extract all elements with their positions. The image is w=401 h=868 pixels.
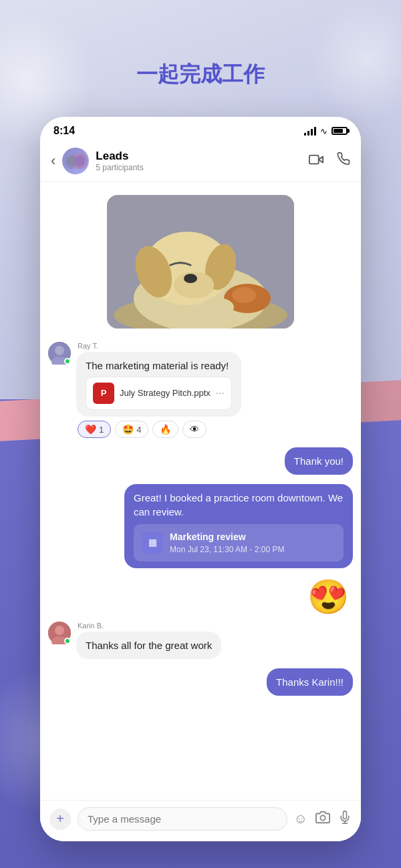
thankyou-content: Thank you!: [285, 447, 353, 475]
svg-point-23: [320, 815, 325, 820]
input-actions: ☺: [294, 810, 352, 828]
calendar-time: Mon Jul 23, 11:30 AM - 2:00 PM: [170, 544, 284, 556]
big-emoji: 😍: [40, 575, 361, 619]
svg-point-21: [55, 626, 64, 635]
svg-point-18: [55, 346, 64, 355]
wifi-icon: ∿: [320, 126, 327, 136]
signal-icon: [304, 126, 316, 136]
file-name: July Strategy Pitch.pptx: [120, 387, 211, 399]
phone-call-button[interactable]: [337, 152, 350, 170]
reaction-eye[interactable]: 👁: [182, 421, 207, 438]
svg-point-15: [232, 287, 256, 303]
ray-avatar: [48, 342, 71, 365]
reaction-eye-emoji: 👁: [190, 424, 199, 435]
calendar-icon: ▦: [142, 532, 163, 554]
reaction-heart-emoji: ❤️: [85, 424, 96, 435]
svg-point-3: [74, 156, 85, 166]
message-group-booked: Great! I booked a practice room downtown…: [40, 481, 361, 571]
back-button[interactable]: ‹: [51, 152, 55, 170]
status-icons: ∿: [304, 126, 348, 136]
video-call-button[interactable]: [309, 152, 323, 170]
svg-marker-4: [319, 156, 323, 162]
ray-message-bubble: The marketing material is ready! P July …: [76, 352, 241, 417]
svg-point-16: [200, 298, 234, 316]
mic-button[interactable]: [338, 810, 352, 828]
header-actions: [309, 152, 350, 170]
camera-button[interactable]: [315, 810, 330, 828]
svg-rect-5: [309, 155, 319, 164]
karin-message-bubble: Thanks all for the great work: [76, 632, 221, 659]
message-reactions: ❤️ 1 🤩 4 🔥 👁: [78, 421, 241, 438]
emoji-button[interactable]: ☺: [294, 811, 307, 827]
ray-message-content: Ray T. The marketing material is ready! …: [76, 342, 241, 438]
add-button[interactable]: +: [49, 809, 71, 830]
chat-header: ‹ Leads 5 participants: [40, 142, 361, 182]
status-time: 8:14: [53, 125, 75, 137]
reaction-star-eyes[interactable]: 🤩 4: [115, 421, 148, 438]
ray-online-indicator: [64, 358, 71, 365]
reaction-fire[interactable]: 🔥: [152, 421, 178, 438]
chat-participants: 5 participants: [96, 163, 309, 172]
battery-icon: [331, 127, 348, 135]
karin-avatar: [48, 622, 71, 644]
calendar-attachment[interactable]: ▦ Marketing review Mon Jul 23, 11:30 AM …: [134, 524, 344, 562]
header-avatar: [62, 148, 89, 174]
calendar-info: Marketing review Mon Jul 23, 11:30 AM - …: [170, 531, 284, 555]
message-group-karin: Karin B. Thanks all for the great work: [40, 619, 361, 662]
ray-sender-name: Ray T.: [78, 342, 241, 350]
dog-image: [107, 195, 294, 329]
file-icon-letter: P: [101, 387, 107, 399]
booked-content: Great! I booked a practice room downtown…: [124, 484, 353, 568]
message-group-thankyou: Thank you!: [40, 445, 361, 477]
chat-body[interactable]: Ray T. The marketing material is ready! …: [40, 182, 361, 800]
karin-message-content: Karin B. Thanks all for the great work: [76, 622, 221, 659]
thanks-karin-bubble: Thanks Karin!!!: [267, 668, 353, 696]
reaction-fire-emoji: 🔥: [160, 424, 171, 435]
reaction-star-eyes-count: 4: [136, 425, 141, 435]
thankyou-bubble: Thank you!: [285, 447, 353, 475]
reaction-heart-count: 1: [99, 425, 104, 435]
input-bar: + ☺: [40, 800, 361, 841]
message-group-thanks-karin: Thanks Karin!!!: [40, 666, 361, 698]
thanks-karin-content: Thanks Karin!!!: [267, 668, 353, 696]
status-bar: 8:14 ∿: [40, 117, 361, 142]
reaction-heart[interactable]: ❤️ 1: [78, 421, 111, 438]
phone-frame: 8:14 ∿ ‹ Leads: [40, 117, 361, 841]
message-input[interactable]: [78, 807, 287, 831]
file-attachment[interactable]: P July Strategy Pitch.pptx ···: [86, 377, 232, 410]
svg-point-13: [184, 274, 197, 283]
karin-sender-name: Karin B.: [78, 622, 221, 630]
header-avatar-img: [62, 148, 89, 174]
header-info: Leads 5 participants: [96, 150, 309, 172]
reaction-star-eyes-emoji: 🤩: [122, 424, 134, 435]
chat-name: Leads: [96, 150, 309, 163]
calendar-title: Marketing review: [170, 531, 284, 544]
booked-bubble: Great! I booked a practice room downtown…: [124, 484, 353, 568]
file-icon: P: [93, 383, 114, 404]
dog-image-container: [40, 195, 361, 329]
message-group-ray: Ray T. The marketing material is ready! …: [40, 339, 361, 441]
file-more-button[interactable]: ···: [216, 386, 225, 401]
page-title: 一起完成工作: [0, 60, 401, 89]
